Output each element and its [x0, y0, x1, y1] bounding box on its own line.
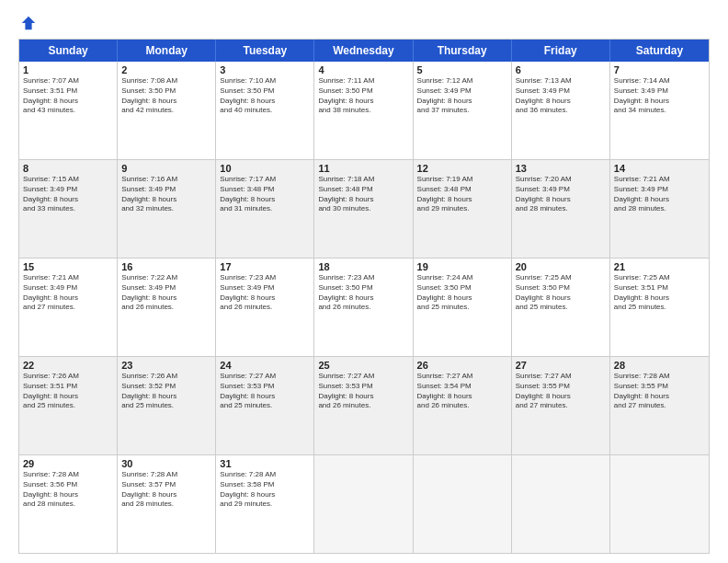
day-number: 10	[220, 163, 310, 174]
day-info: Sunrise: 7:11 AMSunset: 3:50 PMDaylight:…	[318, 76, 408, 116]
day-info: Sunrise: 7:10 AMSunset: 3:50 PMDaylight:…	[220, 76, 310, 116]
day-info: Sunrise: 7:18 AMSunset: 3:48 PMDaylight:…	[318, 175, 408, 214]
calendar-day: 11Sunrise: 7:18 AMSunset: 3:48 PMDayligh…	[314, 160, 413, 258]
calendar-day: 2Sunrise: 7:08 AMSunset: 3:50 PMDaylight…	[118, 62, 216, 159]
day-number: 27	[516, 360, 606, 371]
calendar-day: 17Sunrise: 7:23 AMSunset: 3:49 PMDayligh…	[216, 259, 314, 356]
day-number: 26	[417, 360, 507, 371]
calendar-week: 8Sunrise: 7:15 AMSunset: 3:49 PMDaylight…	[19, 159, 709, 258]
day-info: Sunrise: 7:16 AMSunset: 3:49 PMDaylight:…	[121, 175, 211, 214]
calendar-day: 19Sunrise: 7:24 AMSunset: 3:50 PMDayligh…	[414, 259, 512, 356]
calendar-day: 21Sunrise: 7:25 AMSunset: 3:51 PMDayligh…	[610, 259, 709, 356]
calendar-day: 4Sunrise: 7:11 AMSunset: 3:50 PMDaylight…	[314, 62, 413, 159]
calendar-day: 12Sunrise: 7:19 AMSunset: 3:48 PMDayligh…	[414, 160, 512, 258]
page: SundayMondayTuesdayWednesdayThursdayFrid…	[0, 0, 728, 563]
day-number: 1	[23, 64, 113, 75]
day-number: 3	[220, 64, 310, 75]
calendar-day: 31Sunrise: 7:28 AMSunset: 3:58 PMDayligh…	[216, 455, 314, 553]
day-info: Sunrise: 7:22 AMSunset: 3:49 PMDaylight:…	[121, 273, 211, 313]
empty-cell	[414, 455, 512, 553]
logo	[18, 15, 37, 29]
calendar-day: 14Sunrise: 7:21 AMSunset: 3:49 PMDayligh…	[610, 160, 709, 258]
calendar-day: 28Sunrise: 7:28 AMSunset: 3:55 PMDayligh…	[610, 357, 709, 454]
day-info: Sunrise: 7:21 AMSunset: 3:49 PMDaylight:…	[23, 273, 113, 313]
header-day: Saturday	[610, 40, 709, 62]
day-number: 31	[220, 458, 310, 469]
calendar-day: 20Sunrise: 7:25 AMSunset: 3:50 PMDayligh…	[512, 259, 610, 356]
calendar-day: 29Sunrise: 7:28 AMSunset: 3:56 PMDayligh…	[19, 455, 118, 553]
header-day: Sunday	[19, 40, 118, 62]
calendar-day: 23Sunrise: 7:26 AMSunset: 3:52 PMDayligh…	[118, 357, 216, 454]
calendar-day: 8Sunrise: 7:15 AMSunset: 3:49 PMDaylight…	[19, 160, 118, 258]
day-info: Sunrise: 7:12 AMSunset: 3:49 PMDaylight:…	[417, 76, 507, 116]
header-day: Wednesday	[314, 40, 413, 62]
day-number: 9	[121, 163, 211, 174]
calendar-week: 22Sunrise: 7:26 AMSunset: 3:51 PMDayligh…	[19, 356, 709, 454]
day-info: Sunrise: 7:15 AMSunset: 3:49 PMDaylight:…	[23, 175, 113, 214]
calendar-day: 26Sunrise: 7:27 AMSunset: 3:54 PMDayligh…	[414, 357, 512, 454]
calendar-week: 1Sunrise: 7:07 AMSunset: 3:51 PMDaylight…	[19, 62, 709, 159]
day-info: Sunrise: 7:26 AMSunset: 3:51 PMDaylight:…	[23, 372, 113, 411]
day-number: 21	[614, 261, 705, 272]
day-number: 29	[23, 458, 113, 469]
day-info: Sunrise: 7:17 AMSunset: 3:48 PMDaylight:…	[220, 175, 310, 214]
calendar-day: 24Sunrise: 7:27 AMSunset: 3:53 PMDayligh…	[216, 357, 314, 454]
day-number: 15	[23, 261, 113, 272]
day-number: 14	[614, 163, 705, 174]
day-info: Sunrise: 7:27 AMSunset: 3:53 PMDaylight:…	[220, 372, 310, 411]
day-info: Sunrise: 7:25 AMSunset: 3:51 PMDaylight:…	[614, 273, 705, 313]
empty-cell	[610, 455, 709, 553]
calendar-day: 3Sunrise: 7:10 AMSunset: 3:50 PMDaylight…	[216, 62, 314, 159]
calendar-day: 9Sunrise: 7:16 AMSunset: 3:49 PMDaylight…	[118, 160, 216, 258]
header-day: Thursday	[414, 40, 512, 62]
day-info: Sunrise: 7:28 AMSunset: 3:55 PMDaylight:…	[614, 372, 705, 411]
day-number: 12	[417, 163, 507, 174]
calendar-day: 16Sunrise: 7:22 AMSunset: 3:49 PMDayligh…	[118, 259, 216, 356]
calendar-day: 27Sunrise: 7:27 AMSunset: 3:55 PMDayligh…	[512, 357, 610, 454]
day-info: Sunrise: 7:26 AMSunset: 3:52 PMDaylight:…	[121, 372, 211, 411]
day-number: 16	[121, 261, 211, 272]
day-info: Sunrise: 7:19 AMSunset: 3:48 PMDaylight:…	[417, 175, 507, 214]
day-info: Sunrise: 7:27 AMSunset: 3:54 PMDaylight:…	[417, 372, 507, 411]
empty-cell	[314, 455, 413, 553]
day-info: Sunrise: 7:07 AMSunset: 3:51 PMDaylight:…	[23, 76, 113, 116]
day-number: 17	[220, 261, 310, 272]
logo-icon	[20, 15, 37, 31]
calendar-day: 13Sunrise: 7:20 AMSunset: 3:49 PMDayligh…	[512, 160, 610, 258]
day-info: Sunrise: 7:25 AMSunset: 3:50 PMDaylight:…	[516, 273, 606, 313]
day-number: 8	[23, 163, 113, 174]
empty-cell	[512, 455, 610, 553]
day-info: Sunrise: 7:27 AMSunset: 3:55 PMDaylight:…	[516, 372, 606, 411]
header-day: Tuesday	[216, 40, 314, 62]
calendar-day: 6Sunrise: 7:13 AMSunset: 3:49 PMDaylight…	[512, 62, 610, 159]
svg-marker-0	[22, 17, 35, 29]
calendar-day: 7Sunrise: 7:14 AMSunset: 3:49 PMDaylight…	[610, 62, 709, 159]
day-number: 4	[318, 64, 408, 75]
day-info: Sunrise: 7:27 AMSunset: 3:53 PMDaylight:…	[318, 372, 408, 411]
day-number: 19	[417, 261, 507, 272]
header-day: Monday	[118, 40, 216, 62]
day-info: Sunrise: 7:28 AMSunset: 3:57 PMDaylight:…	[121, 470, 211, 510]
calendar: SundayMondayTuesdayWednesdayThursdayFrid…	[18, 39, 710, 554]
calendar-day: 30Sunrise: 7:28 AMSunset: 3:57 PMDayligh…	[118, 455, 216, 553]
day-info: Sunrise: 7:24 AMSunset: 3:50 PMDaylight:…	[417, 273, 507, 313]
day-number: 23	[121, 360, 211, 371]
day-info: Sunrise: 7:20 AMSunset: 3:49 PMDaylight:…	[516, 175, 606, 214]
day-info: Sunrise: 7:28 AMSunset: 3:56 PMDaylight:…	[23, 470, 113, 510]
calendar-week: 15Sunrise: 7:21 AMSunset: 3:49 PMDayligh…	[19, 258, 709, 356]
header-day: Friday	[512, 40, 610, 62]
calendar-day: 25Sunrise: 7:27 AMSunset: 3:53 PMDayligh…	[314, 357, 413, 454]
calendar-day: 22Sunrise: 7:26 AMSunset: 3:51 PMDayligh…	[19, 357, 118, 454]
day-number: 28	[614, 360, 705, 371]
day-number: 11	[318, 163, 408, 174]
calendar-day: 1Sunrise: 7:07 AMSunset: 3:51 PMDaylight…	[19, 62, 118, 159]
day-number: 22	[23, 360, 113, 371]
calendar-day: 15Sunrise: 7:21 AMSunset: 3:49 PMDayligh…	[19, 259, 118, 356]
day-number: 6	[516, 64, 606, 75]
day-info: Sunrise: 7:13 AMSunset: 3:49 PMDaylight:…	[516, 76, 606, 116]
day-number: 2	[121, 64, 211, 75]
day-info: Sunrise: 7:21 AMSunset: 3:49 PMDaylight:…	[614, 175, 705, 214]
calendar-header: SundayMondayTuesdayWednesdayThursdayFrid…	[19, 40, 709, 62]
day-info: Sunrise: 7:23 AMSunset: 3:49 PMDaylight:…	[220, 273, 310, 313]
day-number: 24	[220, 360, 310, 371]
